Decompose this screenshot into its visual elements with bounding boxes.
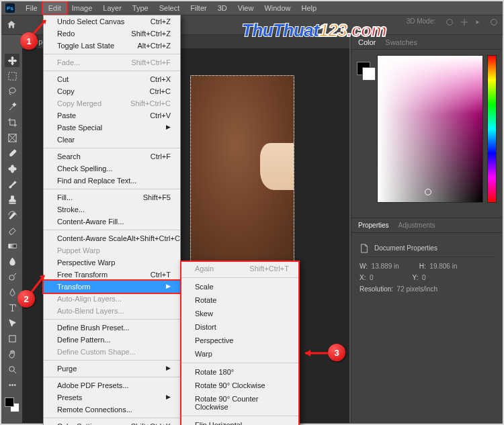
menuitem-undo-select-canvas[interactable]: Undo Select CanvasCtrl+Z <box>44 15 180 28</box>
tab-adjustments[interactable]: Adjustments <box>398 222 435 229</box>
history-brush-tool[interactable] <box>5 208 19 222</box>
right-panel-group: Color Swatches Properties Adjustments Do… <box>351 35 502 423</box>
app-logo: Ps <box>5 3 15 13</box>
menu-edit[interactable]: Edit <box>43 2 67 14</box>
menu-image[interactable]: Image <box>67 2 98 14</box>
menuitem-toggle-last-state[interactable]: Toggle Last StateAlt+Ctrl+Z <box>44 40 180 52</box>
hue-slider[interactable] <box>487 55 497 203</box>
edit-menu-dropdown: Undo Select CanvasCtrl+ZRedoShift+Ctrl+Z… <box>43 15 181 425</box>
menuitem-define-brush-preset[interactable]: Define Brush Preset... <box>44 322 180 334</box>
transform-submenu: AgainShift+Ctrl+TScaleRotateSkewDistortP… <box>180 261 300 425</box>
submenuitem-perspective[interactable]: Perspective <box>181 334 298 347</box>
menu-help[interactable]: Help <box>296 2 323 14</box>
menuitem-adobe-pdf-presets[interactable]: Adobe PDF Presets... <box>44 379 180 391</box>
menuitem-perspective-warp[interactable]: Perspective Warp <box>44 256 180 269</box>
menuitem-define-pattern[interactable]: Define Pattern... <box>44 334 180 346</box>
options-3dmode-label: 3D Mode: <box>407 17 435 27</box>
menuitem-find-and-replace-text[interactable]: Find and Replace Text... <box>44 175 180 187</box>
menuitem-paste[interactable]: PasteCtrl+V <box>44 109 180 122</box>
menuitem-redo[interactable]: RedoShift+Ctrl+Z <box>44 28 180 40</box>
svg-point-10 <box>9 366 14 371</box>
color-bg-swatch[interactable] <box>362 67 376 81</box>
frame-tool[interactable] <box>5 131 19 144</box>
menuitem-content-aware-scale[interactable]: Content-Aware ScaleAlt+Shift+Ctrl+C <box>44 232 180 244</box>
callout-3: 3 <box>328 344 345 361</box>
tab-swatches[interactable]: Swatches <box>385 38 417 46</box>
menuitem-cut[interactable]: CutCtrl+X <box>44 73 180 85</box>
blur-tool[interactable] <box>5 254 19 268</box>
svg-point-0 <box>447 19 453 26</box>
menu-layer[interactable]: Layer <box>97 2 127 14</box>
svg-point-11 <box>9 384 10 385</box>
menuitem-clear[interactable]: Clear <box>44 134 180 146</box>
submenuitem-rotate-180[interactable]: Rotate 180° <box>181 365 298 379</box>
submenuitem-rotate-90-counter-clockwise[interactable]: Rotate 90° Counter Clockwise <box>181 392 298 414</box>
menuitem-remote-connections[interactable]: Remote Connections... <box>44 404 180 416</box>
submenuitem-warp[interactable]: Warp <box>181 347 298 361</box>
menuitem-purge[interactable]: Purge▶ <box>44 363 180 375</box>
menuitem-stroke[interactable]: Stroke... <box>44 203 180 216</box>
slide-icon[interactable] <box>474 17 484 27</box>
wand-tool[interactable] <box>5 100 19 113</box>
eraser-tool[interactable] <box>5 224 19 237</box>
menu-bar: Ps FileEditImageLayerTypeSelectFilter3DV… <box>1 1 503 15</box>
gradient-tool[interactable] <box>5 239 19 252</box>
watermark: ThuThuat123.com <box>242 20 386 41</box>
foreground-color-swatch[interactable] <box>5 397 14 407</box>
menu-type[interactable]: Type <box>127 2 154 14</box>
menuitem-transform[interactable]: Transform▶ <box>44 281 180 293</box>
menu-select[interactable]: Select <box>154 2 185 14</box>
move-tool[interactable] <box>5 54 19 67</box>
tab-properties[interactable]: Properties <box>358 222 389 229</box>
heal-tool[interactable] <box>5 162 19 175</box>
callout-2: 2 <box>17 290 35 308</box>
edit-toolbar[interactable] <box>5 378 19 391</box>
menuitem-paste-special[interactable]: Paste Special▶ <box>44 122 180 134</box>
menu-view[interactable]: View <box>233 2 259 14</box>
menu-window[interactable]: Window <box>259 2 296 14</box>
crop-tool[interactable] <box>5 115 19 129</box>
menuitem-search[interactable]: SearchCtrl+F <box>44 150 180 162</box>
home-icon[interactable] <box>1 15 22 35</box>
menu-filter[interactable]: Filter <box>185 2 212 14</box>
menuitem-content-aware-fill[interactable]: Content-Aware Fill... <box>44 216 180 228</box>
submenuitem-flip-horizontal[interactable]: Flip Horizontal <box>181 418 298 425</box>
pan-icon[interactable] <box>460 17 469 27</box>
submenuitem-scale[interactable]: Scale <box>181 280 298 293</box>
menu-3d[interactable]: 3D <box>212 2 233 14</box>
foreground-background-colors[interactable] <box>5 397 19 412</box>
marquee-tool[interactable] <box>5 69 19 83</box>
zoom-tool[interactable] <box>5 363 19 376</box>
path-select-tool[interactable] <box>5 316 19 330</box>
prop-width: W: 13.889 in <box>360 263 399 270</box>
orbit-icon[interactable] <box>445 17 454 27</box>
rotate-icon[interactable] <box>489 17 499 27</box>
menuitem-free-transform[interactable]: Free TransformCtrl+T <box>44 269 180 281</box>
submenuitem-rotate-90-clockwise[interactable]: Rotate 90° Clockwise <box>181 379 298 392</box>
dodge-tool[interactable] <box>5 270 19 283</box>
submenuitem-distort[interactable]: Distort <box>181 320 298 334</box>
svg-point-8 <box>9 275 14 280</box>
properties-panel: Document Properties W: 13.889 in H: 19.8… <box>351 233 502 303</box>
svg-line-14 <box>32 20 46 35</box>
lasso-tool[interactable] <box>5 85 19 98</box>
options-right-cluster: 3D Mode: <box>407 17 499 27</box>
svg-rect-7 <box>8 244 15 248</box>
menuitem-check-spelling[interactable]: Check Spelling... <box>44 162 180 175</box>
submenuitem-rotate[interactable]: Rotate <box>181 293 298 307</box>
menuitem-copy[interactable]: CopyCtrl+C <box>44 85 180 97</box>
color-picker-field[interactable] <box>377 55 483 203</box>
brush-tool[interactable] <box>5 177 19 191</box>
eyedropper-tool[interactable] <box>5 146 19 160</box>
menuitem-presets[interactable]: Presets▶ <box>44 391 180 404</box>
menuitem-auto-blend-layers: Auto-Blend Layers... <box>44 305 180 317</box>
hand-tool[interactable] <box>5 347 19 361</box>
stamp-tool[interactable] <box>5 193 19 206</box>
shape-tool[interactable] <box>5 332 19 345</box>
type-tool[interactable] <box>5 301 19 314</box>
menu-file[interactable]: File <box>20 2 43 14</box>
submenuitem-skew[interactable]: Skew <box>181 307 298 320</box>
menuitem-fill[interactable]: Fill...Shift+F5 <box>44 191 180 203</box>
svg-point-13 <box>14 384 15 385</box>
menuitem-color-settings[interactable]: Color Settings...Shift+Ctrl+K <box>44 420 180 425</box>
